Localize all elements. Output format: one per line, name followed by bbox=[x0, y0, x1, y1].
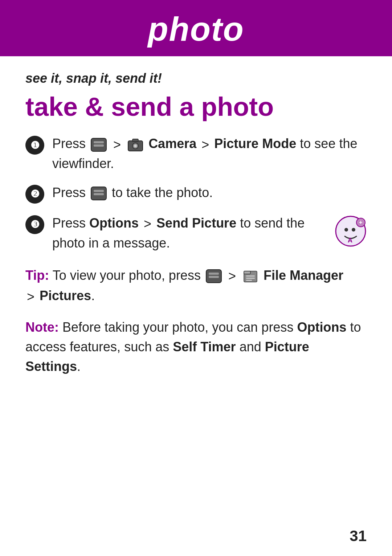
step-2-bullet: ❷ bbox=[25, 185, 44, 204]
section-title: take & send a photo bbox=[25, 93, 367, 121]
step-3-text: Press Options > Send Picture to send the… bbox=[52, 214, 328, 253]
svg-rect-1 bbox=[94, 141, 104, 143]
svg-text:+: + bbox=[359, 219, 362, 225]
note-section: Note: Before taking your photo, you can … bbox=[25, 318, 367, 376]
steps-list: ❶ Press > Camera > P bbox=[25, 134, 367, 253]
svg-point-12 bbox=[352, 228, 355, 232]
file-manager-icon bbox=[242, 268, 258, 284]
svg-rect-9 bbox=[94, 193, 104, 195]
svg-point-5 bbox=[134, 144, 137, 147]
svg-rect-23 bbox=[246, 280, 252, 281]
svg-point-11 bbox=[344, 228, 348, 232]
page-number: 31 bbox=[350, 527, 367, 545]
send-character-icon: A + bbox=[335, 215, 367, 247]
subtitle: see it, snap it, send it! bbox=[25, 71, 367, 86]
header-title: photo bbox=[148, 11, 244, 48]
svg-rect-21 bbox=[246, 275, 255, 277]
svg-rect-6 bbox=[132, 139, 138, 142]
menu-button-icon-tip bbox=[206, 269, 222, 283]
camera-icon-1 bbox=[127, 138, 143, 152]
step-3: ❸ Press Options > Send Picture to send t… bbox=[25, 214, 367, 253]
svg-rect-18 bbox=[209, 276, 219, 278]
svg-text:A: A bbox=[348, 237, 352, 244]
header-bar: photo bbox=[0, 0, 392, 56]
step-1-text: Press > Camera > Picture Mode bbox=[52, 134, 367, 173]
svg-rect-8 bbox=[94, 190, 104, 192]
svg-rect-2 bbox=[94, 144, 104, 147]
step-1-bullet: ❶ bbox=[25, 136, 44, 155]
menu-button-icon-2 bbox=[91, 187, 107, 200]
step-3-bullet: ❸ bbox=[25, 215, 44, 234]
svg-rect-17 bbox=[209, 273, 219, 275]
menu-button-icon-1 bbox=[91, 138, 107, 152]
svg-rect-20 bbox=[244, 271, 250, 274]
tip-section: Tip: To view your photo, press > File Ma… bbox=[25, 266, 367, 307]
step-1: ❶ Press > Camera > P bbox=[25, 134, 367, 173]
svg-rect-22 bbox=[246, 278, 255, 279]
step-2: ❷ Press to take the photo. bbox=[25, 183, 367, 204]
step-2-text: Press to take the photo. bbox=[52, 183, 367, 202]
